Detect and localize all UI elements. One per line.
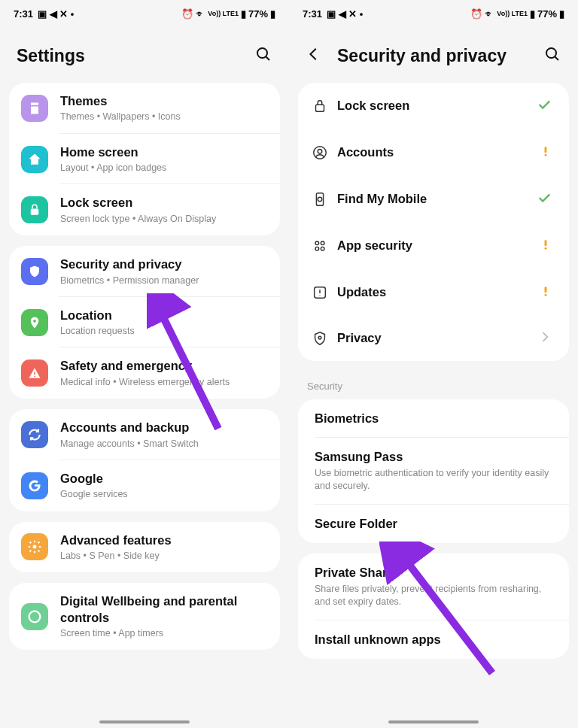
status-row-apps[interactable]: App security [298,223,569,269]
svg-rect-12 [545,154,547,156]
home-icon [21,146,48,173]
google-icon [21,472,48,499]
svg-point-7 [546,48,556,58]
emergency-icon [21,359,48,387]
settings-header: Settings [0,27,289,83]
svg-point-15 [315,241,319,245]
settings-list: ThemesThemes • Wallpapers • IconsHome sc… [0,83,289,650]
svg-point-14 [318,197,322,202]
status-indicator-warn [539,236,557,256]
status-row-title: App security [337,238,412,253]
svg-rect-22 [545,287,547,293]
battery-icon: ▮ [559,8,564,20]
phone-left: 7:31 ▣ ◀ ✕ • ⏰ ᯤ Vo)) LTE1 ▮ 77% ▮ Setti… [0,0,289,728]
status-row-privacy[interactable]: Privacy [298,316,569,361]
svg-point-10 [318,149,322,153]
row-title: Google [60,471,268,487]
svg-point-16 [321,241,324,245]
item-subtitle: Use biometric authentication to verify y… [315,467,552,493]
security-item[interactable]: Secure Folder [298,505,569,543]
battery-text: 77% [537,8,557,20]
item-title: Secure Folder [315,517,552,531]
status-row-updates[interactable]: Updates [298,269,569,316]
item-title: Biometrics [315,411,552,426]
svg-rect-23 [545,294,547,296]
status-row-lock[interactable]: Lock screen [298,83,569,129]
updates-icon [303,284,337,301]
svg-point-0 [257,48,267,58]
row-title: Location [60,308,268,323]
settings-row-emergency[interactable]: Safety and emergencyMedical info • Wirel… [9,347,280,399]
wellbeing-icon [21,603,48,630]
settings-row-location[interactable]: LocationLocation requests [9,297,280,348]
item-title: Install unknown apps [315,632,552,647]
item-title: Samsung Pass [315,450,552,464]
settings-group: Digital Wellbeing and parental controlsS… [9,583,280,650]
row-subtitle: Biometrics • Permission manager [60,275,268,287]
network-icon: Vo)) LTE1 [497,10,528,17]
row-subtitle: Labs • S Pen • Side key [60,550,268,562]
settings-row-wellbeing[interactable]: Digital Wellbeing and parental controlsS… [9,583,280,650]
row-title: Safety and emergency [60,358,268,374]
settings-row-shield[interactable]: Security and privacyBiometrics • Permiss… [9,246,280,297]
wifi-icon: ᯤ [196,8,205,20]
security-item[interactable]: Samsung PassUse biometric authentication… [298,438,569,505]
status-indicator-check [536,190,557,209]
nav-bar[interactable] [388,720,479,723]
row-title: Lock screen [60,195,268,211]
security-status-card: Lock screenAccountsFind My MobileApp sec… [298,83,569,361]
row-subtitle: Themes • Wallpapers • Icons [60,111,268,123]
row-subtitle: Google services [60,488,268,500]
row-title: Advanced features [60,532,268,548]
section-label-security: Security [289,372,578,399]
svg-rect-4 [34,376,35,378]
status-row-title: Find My Mobile [337,191,427,207]
status-row-find[interactable]: Find My Mobile [298,176,569,223]
svg-rect-11 [545,147,547,153]
apps-icon [303,238,337,254]
lock-icon [21,196,48,223]
nav-bar[interactable] [99,720,190,723]
svg-point-6 [29,611,41,622]
security-items-card-2: Private ShareShare files privately, prev… [298,554,569,659]
row-subtitle: Screen lock type • Always On Display [60,213,268,225]
row-subtitle: Manage accounts • Smart Switch [60,438,268,450]
network-icon: Vo)) LTE1 [208,10,239,17]
settings-row-home[interactable]: Home screenLayout • App icon badges [9,134,280,185]
alarm-icon: ⏰ [470,8,482,20]
status-bar: 7:31 ▣ ◀ ✕ • ⏰ ᯤ Vo)) LTE1 ▮ 77% ▮ [0,0,289,27]
signal-icon: ▮ [530,8,535,20]
row-title: Digital Wellbeing and parental controls [60,593,268,626]
status-row-title: Accounts [337,144,394,160]
search-icon[interactable] [254,45,272,66]
status-time: 7:31 [303,8,322,20]
row-subtitle: Location requests [60,325,268,337]
status-row-account[interactable]: Accounts [298,129,569,176]
status-row-title: Privacy [337,330,382,346]
settings-row-advanced[interactable]: Advanced featuresLabs • S Pen • Side key [9,522,280,573]
row-subtitle: Screen time • App timers [60,627,268,639]
row-title: Accounts and backup [60,420,268,435]
settings-row-themes[interactable]: ThemesThemes • Wallpapers • Icons [9,83,280,134]
svg-rect-20 [545,247,547,250]
backup-icon [21,421,48,448]
status-indicator-warn [539,283,557,302]
settings-row-google[interactable]: GoogleGoogle services [9,460,280,511]
status-bar: 7:31 ▣ ◀ ✕ • ⏰ ᯤ Vo)) LTE1 ▮ 77% ▮ [289,0,578,27]
svg-rect-19 [545,240,547,246]
signal-icon: ▮ [241,8,246,20]
status-row-title: Lock screen [337,98,409,114]
settings-row-backup[interactable]: Accounts and backupManage accounts • Sma… [9,409,280,460]
svg-point-18 [321,247,324,250]
row-subtitle: Layout • App icon badges [60,162,268,174]
alarm-icon: ⏰ [181,8,193,20]
settings-row-lock[interactable]: Lock screenScreen lock type • Always On … [9,184,280,235]
svg-point-2 [33,319,36,322]
security-item[interactable]: Biometrics [298,399,569,438]
settings-group: Security and privacyBiometrics • Permiss… [9,246,280,399]
security-item[interactable]: Private ShareShare files privately, prev… [298,554,569,620]
security-items-card-1: BiometricsSamsung PassUse biometric auth… [298,399,569,543]
security-item[interactable]: Install unknown apps [298,620,569,659]
back-button[interactable] [306,46,322,65]
search-icon[interactable] [543,45,561,66]
